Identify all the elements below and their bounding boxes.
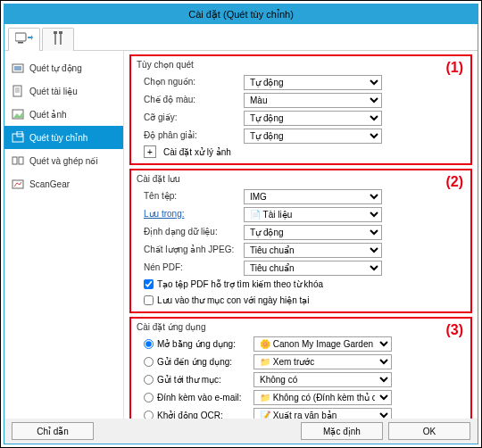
start-ocr-label: Khởi động OCR: bbox=[157, 411, 253, 419]
window-title: Cài đặt (Quét tùy chỉnh) bbox=[188, 9, 294, 21]
svg-rect-8 bbox=[13, 86, 21, 96]
stitch-icon bbox=[12, 154, 24, 167]
send-to-folder-label: Gửi tới thư mục: bbox=[157, 375, 253, 385]
save-settings-title: Cài đặt lưu bbox=[137, 174, 465, 184]
paper-size-label: Cỡ giấy: bbox=[137, 112, 244, 122]
open-with-app-radio[interactable] bbox=[144, 339, 154, 349]
sidebar: Quét tự động Quét tài liệu Quét ảnh Quét… bbox=[4, 51, 124, 419]
svg-rect-14 bbox=[12, 134, 23, 142]
sidebar-item-stitch[interactable]: Quét và ghép nối bbox=[4, 149, 123, 172]
resolution-label: Độ phân giải: bbox=[137, 130, 244, 140]
callout-number-3: (3) bbox=[445, 322, 463, 338]
document-icon bbox=[12, 85, 24, 97]
save-folder-link[interactable]: Lưu trong: bbox=[144, 209, 184, 219]
expand-image-processing-button[interactable]: + bbox=[144, 145, 156, 158]
sidebar-item-label: Quét ảnh bbox=[29, 110, 67, 120]
tab-scan-from-computer[interactable] bbox=[8, 28, 40, 51]
sidebar-item-label: Quét tùy chỉnh bbox=[29, 133, 87, 143]
data-format-label: Định dạng dữ liệu: bbox=[137, 227, 244, 236]
svg-rect-1 bbox=[18, 42, 23, 44]
tab-settings[interactable] bbox=[42, 28, 74, 51]
svg-rect-18 bbox=[12, 180, 23, 188]
sidebar-item-label: ScanGear bbox=[29, 179, 70, 189]
callout-number-1: (1) bbox=[445, 60, 463, 76]
svg-rect-17 bbox=[19, 157, 23, 164]
scan-options-title: Tùy chọn quét bbox=[137, 60, 465, 70]
send-to-app-select[interactable]: 📁 Xem trước bbox=[253, 354, 392, 369]
open-with-app-label: Mở bằng ứng dụng: bbox=[157, 339, 253, 349]
svg-rect-3 bbox=[60, 32, 62, 45]
source-select[interactable]: Tự động bbox=[244, 75, 382, 90]
pdf-compression-select[interactable]: Tiêu chuẩn bbox=[244, 261, 382, 276]
pdf-keyword-search-checkbox[interactable] bbox=[144, 279, 154, 289]
color-mode-select[interactable]: Màu bbox=[244, 93, 382, 108]
titlebar: Cài đặt (Quét tùy chỉnh) bbox=[4, 4, 478, 24]
svg-rect-0 bbox=[15, 33, 26, 41]
app-settings-title: Cài đặt ứng dụng bbox=[137, 322, 465, 332]
app-settings-group: (3) Cài đặt ứng dụng Mở bằng ứng dụng: 🌼… bbox=[129, 317, 472, 419]
attach-email-select[interactable]: 📁 Không có (Đính kèm thủ công) bbox=[253, 390, 392, 405]
start-ocr-radio[interactable] bbox=[144, 411, 154, 419]
ok-button[interactable]: OK bbox=[388, 422, 470, 440]
sidebar-item-auto[interactable]: Quét tự động bbox=[4, 56, 123, 79]
svg-rect-5 bbox=[59, 31, 62, 34]
save-subfolder-date-label: Lưu vào thư mục con với ngày hiện tại bbox=[157, 295, 310, 305]
resolution-select[interactable]: Tự động bbox=[244, 129, 382, 144]
open-with-app-select[interactable]: 🌼 Canon My Image Garden bbox=[253, 336, 392, 352]
scan-options-group: (1) Tùy chọn quét Chọn nguồn: Tự động Ch… bbox=[129, 54, 472, 165]
svg-rect-16 bbox=[12, 157, 17, 164]
auto-scan-icon bbox=[12, 62, 24, 74]
sidebar-item-document[interactable]: Quét tài liệu bbox=[4, 79, 123, 103]
svg-rect-4 bbox=[54, 31, 57, 34]
content-area: Quét tự động Quét tài liệu Quét ảnh Quét… bbox=[4, 51, 478, 419]
send-to-folder-radio[interactable] bbox=[144, 375, 154, 385]
send-to-app-label: Gửi đến ứng dụng: bbox=[157, 357, 253, 367]
monitor-arrow-icon bbox=[15, 32, 33, 48]
pdf-compression-label: Nén PDF: bbox=[137, 262, 244, 272]
color-mode-label: Chế độ màu: bbox=[137, 95, 244, 104]
send-to-app-radio[interactable] bbox=[144, 357, 154, 367]
custom-scan-icon bbox=[12, 131, 24, 144]
paper-size-select[interactable]: Tự động bbox=[244, 111, 382, 126]
tools-icon bbox=[51, 31, 65, 49]
svg-rect-7 bbox=[14, 66, 21, 71]
pdf-keyword-search-label: Tạo tệp PDF hỗ trợ tìm kiếm theo từ khóa bbox=[157, 279, 323, 289]
svg-rect-2 bbox=[54, 32, 56, 45]
save-settings-group: (2) Cài đặt lưu Tên tệp: IMG Lưu trong: … bbox=[129, 169, 472, 313]
tabstrip bbox=[4, 24, 478, 51]
defaults-button[interactable]: Mặc định bbox=[301, 422, 383, 440]
jpeg-quality-label: Chất lượng ảnh JPEG: bbox=[137, 245, 244, 254]
jpeg-quality-select[interactable]: Tiêu chuẩn bbox=[244, 243, 382, 258]
attach-email-radio[interactable] bbox=[144, 393, 154, 402]
help-button[interactable]: Chỉ dẫn bbox=[12, 422, 94, 440]
callout-number-2: (2) bbox=[445, 174, 463, 190]
send-to-folder-select[interactable]: Không có bbox=[253, 372, 392, 387]
attach-email-label: Đính kèm vào e-mail: bbox=[157, 393, 253, 402]
save-folder-select[interactable]: 📄 Tài liệu bbox=[244, 207, 382, 222]
photo-icon bbox=[12, 108, 24, 120]
dialog-window: Cài đặt (Quét tùy chỉnh) Quét tự động bbox=[4, 4, 478, 444]
data-format-select[interactable]: Tự động bbox=[244, 225, 382, 240]
start-ocr-select[interactable]: 📝 Xuất ra văn bản bbox=[253, 408, 392, 419]
sidebar-item-label: Quét tài liệu bbox=[29, 87, 78, 96]
sidebar-item-scangear[interactable]: ScanGear bbox=[4, 172, 123, 195]
save-subfolder-date-checkbox[interactable] bbox=[144, 295, 154, 305]
scangear-icon bbox=[12, 178, 24, 190]
sidebar-item-label: Quét tự động bbox=[29, 63, 82, 73]
filename-label: Tên tệp: bbox=[137, 191, 244, 201]
main-panel: (1) Tùy chọn quét Chọn nguồn: Tự động Ch… bbox=[124, 51, 478, 419]
source-label: Chọn nguồn: bbox=[137, 77, 244, 87]
sidebar-item-label: Quét và ghép nối bbox=[29, 156, 98, 166]
sidebar-item-photo[interactable]: Quét ảnh bbox=[4, 103, 123, 126]
sidebar-item-custom[interactable]: Quét tùy chỉnh bbox=[4, 126, 123, 149]
filename-combo[interactable]: IMG bbox=[244, 189, 382, 204]
footer-bar: Chỉ dẫn Mặc định OK bbox=[4, 419, 478, 444]
image-processing-label: Cài đặt xử lý ảnh bbox=[163, 147, 231, 157]
